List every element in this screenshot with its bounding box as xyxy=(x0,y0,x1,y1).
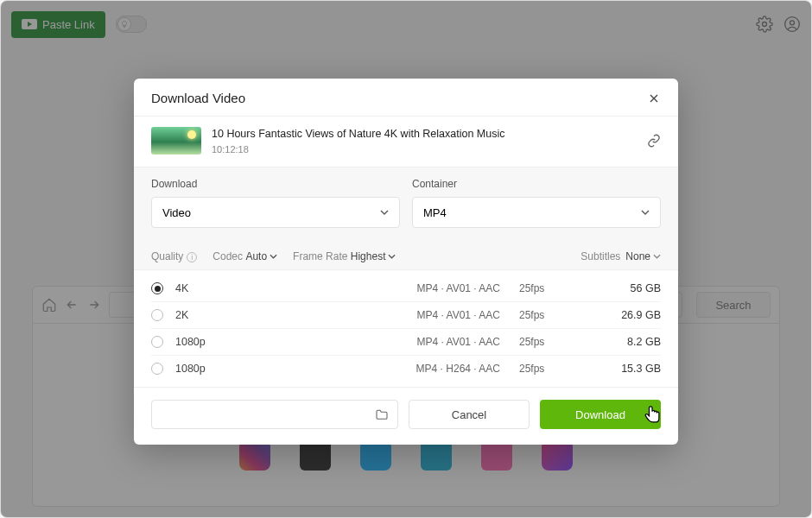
quality-size: 15.3 GB xyxy=(583,363,661,375)
filter-bar: Qualityi Codec Auto Frame Rate Highest S… xyxy=(134,242,678,270)
radio-icon xyxy=(151,336,163,348)
video-info-row: 10 Hours Fantastic Views of Nature 4K wi… xyxy=(134,117,678,167)
framerate-dropdown[interactable]: Frame Rate Highest xyxy=(293,250,396,262)
link-icon[interactable] xyxy=(647,134,661,148)
info-icon[interactable]: i xyxy=(187,252,197,262)
selectors-row: Download Video Container MP4 xyxy=(134,167,678,242)
codec-dropdown[interactable]: Codec Auto xyxy=(213,250,277,262)
chevron-down-icon xyxy=(388,254,396,259)
download-type-select[interactable]: Video xyxy=(151,197,400,228)
quality-res: 1080p xyxy=(175,363,253,375)
quality-option[interactable]: 1080p MP4 · AV01 · AAC 25fps 8.2 GB xyxy=(151,329,661,356)
subtitles-dropdown[interactable]: Subtitles None xyxy=(580,250,661,262)
quality-format: MP4 · AV01 · AAC xyxy=(260,309,500,321)
radio-icon xyxy=(151,309,163,321)
download-type-label: Download xyxy=(151,178,400,190)
video-title: 10 Hours Fantastic Views of Nature 4K wi… xyxy=(212,127,505,142)
quality-fps: 25fps xyxy=(507,336,576,348)
dialog-footer: Cancel Download xyxy=(134,387,678,445)
quality-size: 8.2 GB xyxy=(583,336,661,348)
quality-fps: 25fps xyxy=(507,309,576,321)
quality-option[interactable]: 1080p MP4 · H264 · AAC 25fps 15.3 GB xyxy=(151,356,661,382)
quality-filter-label: Quality xyxy=(151,250,183,262)
quality-list: 4K MP4 · AV01 · AAC 25fps 56 GB 2K MP4 ·… xyxy=(134,270,678,382)
container-label: Container xyxy=(412,178,661,190)
quality-res: 2K xyxy=(175,309,253,321)
quality-size: 56 GB xyxy=(583,282,661,294)
quality-format: MP4 · AV01 · AAC xyxy=(260,336,500,348)
quality-size: 26.9 GB xyxy=(583,309,661,321)
download-video-dialog: Download Video 10 Hours Fantastic Views … xyxy=(134,79,678,445)
radio-icon xyxy=(151,282,163,294)
quality-option[interactable]: 2K MP4 · AV01 · AAC 25fps 26.9 GB xyxy=(151,302,661,329)
chevron-down-icon xyxy=(380,210,389,215)
quality-res: 4K xyxy=(175,282,253,294)
save-path-input[interactable] xyxy=(151,400,398,429)
video-thumbnail xyxy=(151,127,201,155)
quality-format: MP4 · AV01 · AAC xyxy=(260,282,500,294)
chevron-down-icon xyxy=(653,254,661,259)
quality-option[interactable]: 4K MP4 · AV01 · AAC 25fps 56 GB xyxy=(151,275,661,302)
quality-format: MP4 · H264 · AAC xyxy=(260,363,500,375)
cancel-button[interactable]: Cancel xyxy=(409,400,530,429)
dialog-title: Download Video xyxy=(151,91,245,105)
radio-icon xyxy=(151,363,163,375)
close-icon[interactable] xyxy=(647,92,661,105)
folder-icon xyxy=(375,408,389,420)
container-select[interactable]: MP4 xyxy=(412,197,661,228)
quality-fps: 25fps xyxy=(507,282,576,294)
chevron-down-icon xyxy=(270,254,277,259)
video-duration: 10:12:18 xyxy=(212,144,505,155)
chevron-down-icon xyxy=(641,210,650,215)
quality-fps: 25fps xyxy=(507,363,576,375)
download-button[interactable]: Download xyxy=(540,400,661,429)
quality-res: 1080p xyxy=(175,336,253,348)
